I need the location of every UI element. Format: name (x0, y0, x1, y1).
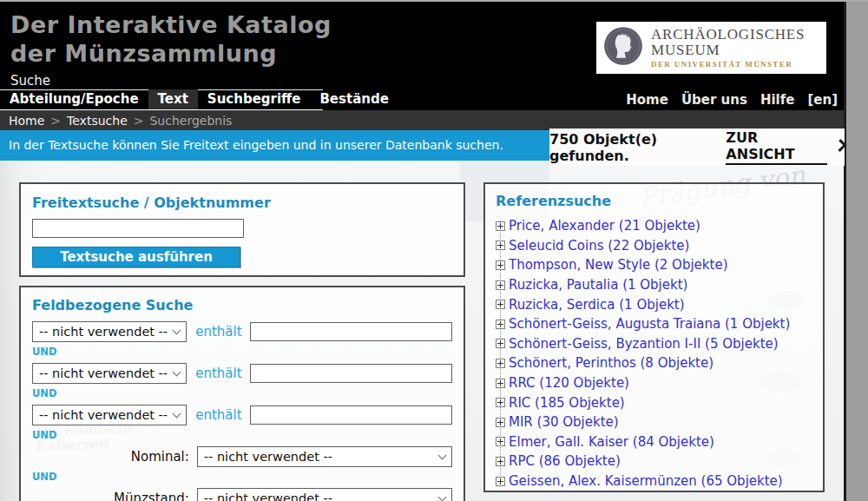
nav-language-en[interactable]: [en] (807, 92, 838, 108)
expand-plus-icon[interactable] (496, 477, 505, 486)
logo-line3: DER UNIVERSITÄT MÜNSTER (651, 60, 805, 69)
expand-plus-icon[interactable] (496, 320, 505, 329)
reference-item[interactable]: Schönert-Geiss, Augusta Traiana (1 Objek… (496, 314, 812, 334)
expand-plus-icon[interactable] (496, 260, 505, 270)
field-select-3[interactable]: -- nicht verwendet -- (32, 405, 187, 425)
chevron-down-icon (438, 492, 447, 501)
tab-bestaende[interactable]: Bestände (310, 89, 398, 109)
contains-label: enthält (195, 366, 241, 381)
header-divider-bottom (0, 109, 323, 110)
expand-plus-icon[interactable] (496, 457, 505, 466)
site-title-line1: Der Interaktive Katalog (10, 10, 332, 39)
window-top-line (0, 0, 868, 2)
freetext-panel-title: Freitextsuche / Objektnummer (32, 194, 452, 211)
breadcrumb-textsuche[interactable]: Textsuche (67, 114, 128, 128)
site-title-line2: der Münzsammlung (10, 39, 332, 68)
chevron-down-icon (438, 451, 447, 459)
main-content: Prägung von Die Römische Kaiserzeit Frei… (0, 161, 844, 501)
execute-textsearch-button[interactable]: Textsuche ausführen (32, 247, 240, 267)
nominal-select[interactable]: -- nicht verwendet -- (197, 446, 452, 467)
expand-plus-icon[interactable] (496, 418, 505, 427)
chevron-down-icon (173, 367, 181, 376)
and-connector: UND (32, 429, 452, 441)
field-row-2: -- nicht verwendet -- enthält (32, 363, 452, 384)
expand-plus-icon[interactable] (496, 241, 505, 250)
expand-plus-icon[interactable] (496, 398, 505, 407)
reference-item[interactable]: Schönert-Geiss, Byzantion I-II (5 Objekt… (496, 334, 812, 354)
reference-search-panel: Referenzsuche Price, Alexander (21 Objek… (483, 182, 825, 492)
field-value-input-3[interactable] (250, 405, 452, 425)
field-search-panel: Feldbezogene Suche -- nicht verwendet --… (19, 286, 465, 501)
field-select-1[interactable]: -- nicht verwendet -- (32, 321, 187, 342)
window-margin (846, 0, 868, 501)
page: Der Interaktive Katalog der Münzsammlung… (0, 0, 846, 501)
reference-panel-title: Referenzsuche (496, 193, 812, 209)
results-box: 750 Objekt(e) gefunden. ZUR ANSICHT (549, 129, 845, 166)
results-count: 750 Objekt(e) gefunden. (549, 131, 720, 164)
tab-suchbegriffe[interactable]: Suchbegriffe (198, 89, 311, 109)
chevron-down-icon (173, 326, 181, 334)
expand-plus-icon[interactable] (496, 280, 505, 290)
muenzstand-row: Münzstand: -- nicht verwendet -- (32, 488, 452, 501)
freetext-search-panel: Freitextsuche / Objektnummer Textsuche a… (19, 182, 465, 277)
and-connector: UND (32, 346, 452, 358)
contains-label: enthält (195, 407, 241, 423)
reference-item[interactable]: Geissen, Alex. Kaisermünzen (65 Objekte) (496, 471, 812, 491)
field-row-1: -- nicht verwendet -- enthält (32, 321, 452, 342)
and-connector: UND (32, 387, 452, 399)
chevron-down-icon (173, 409, 181, 418)
reference-item[interactable]: Thompson, New Style (2 Objekte) (496, 255, 812, 275)
expand-plus-icon[interactable] (496, 339, 505, 348)
nav-ueber-uns[interactable]: Über uns (681, 92, 747, 108)
tab-text[interactable]: Text (148, 89, 198, 109)
breadcrumb: Home > Textsuche > Suchergebnis (0, 110, 844, 130)
expand-plus-icon[interactable] (496, 437, 505, 446)
field-value-input-2[interactable] (250, 364, 452, 383)
nav-hilfe[interactable]: Hilfe (760, 92, 795, 108)
reference-item[interactable]: RPC (86 Objekte) (496, 452, 812, 471)
reference-item[interactable]: RRC (120 Objekte) (496, 373, 812, 393)
reference-item[interactable]: Schönert, Perinthos (8 Objekte) (496, 353, 812, 373)
nav-home[interactable]: Home (626, 92, 668, 108)
muenzstand-select[interactable]: -- nicht verwendet -- (197, 488, 452, 501)
search-tabs: Abteilung/Epoche Text Suchbegriffe Bestä… (0, 89, 398, 109)
expand-plus-icon[interactable] (496, 359, 505, 368)
field-panel-title: Feldbezogene Suche (32, 297, 452, 313)
section-label: Suche (10, 73, 50, 89)
breadcrumb-separator: > (50, 114, 61, 128)
field-row-3: -- nicht verwendet -- enthält (32, 405, 452, 425)
reference-item[interactable]: MIR (30 Objekte) (496, 412, 812, 432)
reference-item[interactable]: Seleucid Coins (22 Objekte) (496, 236, 812, 256)
site-header: Der Interaktive Katalog der Münzsammlung… (0, 0, 844, 110)
field-value-input-1[interactable] (250, 322, 452, 341)
logo-line1: ARCHÄOLOGISCHES (651, 27, 805, 43)
nominal-label: Nominal: (32, 449, 197, 465)
reference-tree: Price, Alexander (21 Objekte) Seleucid C… (496, 216, 812, 491)
breadcrumb-separator: > (134, 114, 144, 128)
reference-item[interactable]: Price, Alexander (21 Objekte) (496, 216, 812, 236)
freetext-input[interactable] (32, 219, 244, 238)
muenzstand-label: Münzstand: (32, 491, 197, 501)
coin-head-icon (603, 26, 643, 69)
breadcrumb-home[interactable]: Home (9, 114, 44, 128)
expand-plus-icon[interactable] (496, 300, 505, 309)
top-nav: Home Über uns Hilfe [en] (626, 89, 838, 109)
zur-ansicht-link[interactable]: ZUR ANSICHT (726, 129, 827, 165)
nominal-row: Nominal: -- nicht verwendet -- (32, 446, 452, 467)
breadcrumb-current: Suchergebnis (149, 114, 232, 128)
tab-abteilung-epoche[interactable]: Abteilung/Epoche (0, 89, 148, 109)
museum-logo[interactable]: ARCHÄOLOGISCHES MUSEUM DER UNIVERSITÄT M… (596, 22, 826, 74)
reference-item[interactable]: RIC (185 Objekte) (496, 392, 812, 412)
chevron-right-icon[interactable] (833, 139, 846, 152)
contains-label: enthält (195, 324, 241, 339)
site-title: Der Interaktive Katalog der Münzsammlung (10, 10, 332, 68)
logo-line2: MUSEUM (651, 43, 805, 58)
expand-plus-icon[interactable] (496, 221, 505, 231)
expand-plus-icon[interactable] (496, 379, 505, 388)
museum-logo-text: ARCHÄOLOGISCHES MUSEUM DER UNIVERSITÄT M… (651, 27, 805, 69)
field-select-2[interactable]: -- nicht verwendet -- (32, 363, 187, 384)
and-connector: UND (32, 471, 452, 483)
reference-item[interactable]: Ruzicka, Pautalia (1 Objekt) (496, 275, 812, 295)
reference-item[interactable]: Ruzicka, Serdica (1 Objekt) (496, 294, 812, 314)
reference-item[interactable]: Elmer, Gall. Kaiser (84 Objekte) (496, 432, 812, 452)
